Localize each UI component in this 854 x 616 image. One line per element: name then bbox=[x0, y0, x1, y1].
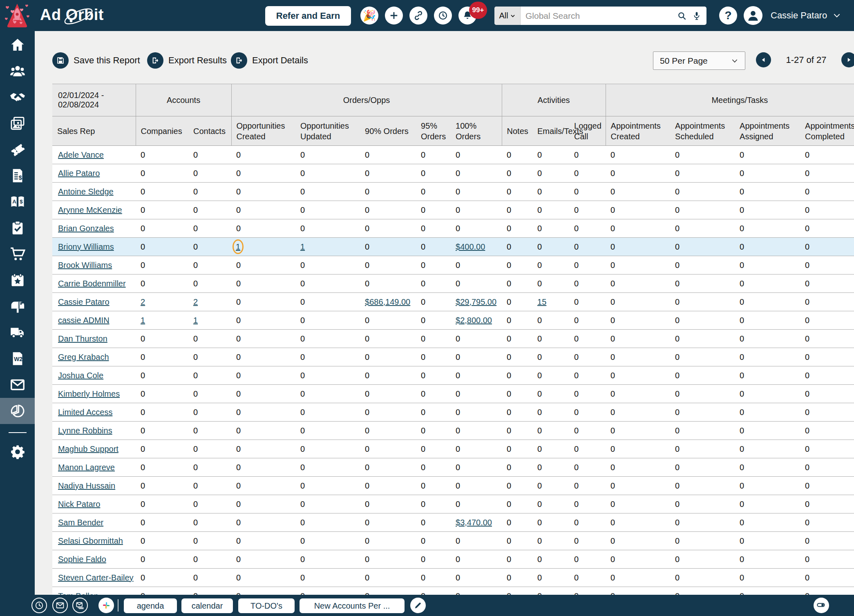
sales-rep-link[interactable]: Selasi Gbormittah bbox=[58, 536, 123, 545]
add-button[interactable] bbox=[385, 7, 403, 25]
search-scope-select[interactable]: All bbox=[494, 7, 521, 25]
sidebar-item-handshake[interactable] bbox=[0, 84, 35, 110]
newsletter-button[interactable] bbox=[72, 598, 88, 613]
sales-rep-link[interactable]: Briony Williams bbox=[58, 242, 114, 251]
sales-rep-link[interactable]: Manon Lagreve bbox=[58, 463, 115, 472]
value-cell: 0 bbox=[416, 403, 451, 422]
global-search-input[interactable] bbox=[521, 11, 677, 21]
clock-button[interactable] bbox=[31, 598, 47, 613]
value-link[interactable]: 1 bbox=[236, 242, 240, 252]
sales-rep-link[interactable]: Maghub Support bbox=[58, 444, 118, 453]
sidebar-item-settings[interactable] bbox=[0, 439, 35, 465]
sales-rep-link[interactable]: Cassie Pataro bbox=[58, 297, 110, 306]
help-button[interactable]: ? bbox=[719, 7, 737, 25]
sidebar-item-calendar-star[interactable] bbox=[0, 267, 35, 293]
value-link[interactable]: 15 bbox=[537, 297, 546, 306]
value-text: 0 bbox=[507, 187, 511, 196]
value-link[interactable]: 2 bbox=[193, 297, 198, 306]
next-page-button[interactable] bbox=[841, 52, 854, 67]
value-cell: 0 bbox=[502, 164, 532, 183]
sales-rep-link[interactable]: Steven Carter-Bailey bbox=[58, 573, 134, 582]
sales-rep-link[interactable]: Sam Bender bbox=[58, 518, 103, 527]
history-button[interactable] bbox=[434, 7, 452, 25]
sales-rep-link[interactable]: Allie Pataro bbox=[58, 169, 100, 178]
mail-button[interactable] bbox=[52, 598, 68, 613]
sidebar-item-envelope[interactable] bbox=[0, 372, 35, 398]
sales-rep-link[interactable]: Kimberly Holmes bbox=[58, 389, 120, 398]
save-icon bbox=[52, 52, 69, 69]
sales-rep-link[interactable]: Joshua Cole bbox=[58, 371, 103, 380]
value-text: 0 bbox=[300, 279, 305, 288]
value-link[interactable]: $3,470.00 bbox=[456, 518, 492, 527]
app-logo-icon[interactable] bbox=[4, 2, 30, 29]
sidebar-item-mailbox[interactable] bbox=[0, 293, 35, 319]
value-link[interactable]: $29,795.00 bbox=[456, 297, 496, 306]
bottom-bar-button-3[interactable]: TO-DO's bbox=[238, 598, 295, 613]
bottom-bar-button-1[interactable]: agenda bbox=[124, 598, 177, 613]
value-text: 0 bbox=[805, 205, 809, 214]
value-text: 0 bbox=[421, 187, 425, 196]
value-link[interactable]: 1 bbox=[300, 242, 305, 251]
sidebar-item-cart[interactable] bbox=[0, 241, 35, 267]
sidebar-item-rate-book[interactable]: A$ bbox=[0, 189, 35, 215]
sidebar-item-home[interactable] bbox=[0, 32, 35, 58]
sales-rep-link[interactable]: Brook Williams bbox=[58, 261, 112, 270]
value-cell: 0 bbox=[800, 146, 854, 164]
microphone-icon[interactable] bbox=[692, 11, 702, 21]
value-cell: 0 bbox=[451, 164, 502, 183]
notifications-bell-button[interactable]: 99+ bbox=[458, 7, 476, 25]
sidebar-item-pie-chart[interactable] bbox=[0, 398, 35, 424]
link-button[interactable] bbox=[409, 7, 427, 25]
search-icon[interactable] bbox=[677, 11, 687, 21]
user-menu[interactable]: Cassie Pataro bbox=[771, 0, 841, 31]
newsletter-icon bbox=[76, 601, 85, 610]
sales-rep-link[interactable]: Carrie Bodenmiller bbox=[58, 279, 126, 288]
value-text: 0 bbox=[740, 316, 744, 325]
value-link[interactable]: $686,149.00 bbox=[365, 297, 410, 306]
bottom-bar-button-2[interactable]: calendar bbox=[181, 598, 233, 613]
value-link[interactable]: 1 bbox=[141, 316, 145, 325]
value-link[interactable]: 1 bbox=[193, 316, 198, 325]
previous-page-button[interactable] bbox=[756, 52, 771, 67]
sidebar-item-invoice[interactable]: $ bbox=[0, 163, 35, 189]
invoice-icon: $ bbox=[10, 168, 25, 183]
edit-widgets-button[interactable] bbox=[410, 598, 426, 613]
party-popper-button[interactable]: 🎉 bbox=[360, 7, 378, 25]
column-header: Appointments Scheduled bbox=[670, 116, 735, 146]
avatar[interactable] bbox=[744, 6, 762, 25]
sidebar-item-ticket[interactable] bbox=[0, 136, 35, 163]
sales-rep-link[interactable]: Limited Access bbox=[58, 408, 112, 417]
sidebar-item-w2[interactable]: W2 bbox=[0, 346, 35, 372]
value-cell: 0 bbox=[502, 569, 532, 587]
sales-rep-link[interactable]: Adele Vance bbox=[58, 150, 104, 159]
sales-rep-link[interactable]: cassie ADMIN bbox=[58, 316, 110, 325]
sales-rep-link[interactable]: Greg Krabach bbox=[58, 353, 109, 362]
sales-rep-link[interactable]: Arynne McKenzie bbox=[58, 205, 122, 214]
sales-rep-link[interactable]: Lynne Robbins bbox=[58, 426, 112, 435]
value-cell: 0 bbox=[670, 348, 735, 366]
bottom-bar-button-4[interactable]: New Accounts Per ... bbox=[300, 598, 405, 613]
sidebar-item-photos[interactable] bbox=[0, 110, 35, 136]
value-cell: 0 bbox=[735, 183, 800, 201]
export-details-button[interactable]: Export Details bbox=[231, 52, 308, 69]
table-row: Lynne Robbins00000000000000 bbox=[52, 422, 854, 440]
value-link[interactable]: $400.00 bbox=[456, 242, 485, 251]
value-text: 0 bbox=[675, 371, 680, 380]
sidebar-item-truck[interactable] bbox=[0, 319, 35, 346]
value-link[interactable]: 2 bbox=[141, 297, 145, 306]
sales-rep-link[interactable]: Nick Pataro bbox=[58, 500, 100, 509]
value-link[interactable]: $2,800.00 bbox=[456, 316, 492, 325]
per-page-select[interactable]: 50 Per Page bbox=[653, 51, 745, 70]
sales-rep-link[interactable]: Sophie Faldo bbox=[58, 555, 106, 564]
bottom-bar-toggle-button[interactable] bbox=[814, 598, 829, 613]
sales-rep-link[interactable]: Brian Gonzales bbox=[58, 224, 114, 233]
export-results-button[interactable]: Export Results bbox=[147, 52, 227, 69]
refer-and-earn-button[interactable]: Refer and Earn bbox=[265, 6, 351, 26]
sales-rep-link[interactable]: Dan Thurston bbox=[58, 334, 107, 343]
sidebar-item-clipboard-check[interactable] bbox=[0, 215, 35, 241]
sales-rep-link[interactable]: Antoine Sledge bbox=[58, 187, 114, 196]
sidebar-item-users[interactable] bbox=[0, 58, 35, 84]
sales-rep-link[interactable]: Nadiya Hussain bbox=[58, 481, 115, 490]
save-report-button[interactable]: Save this Report bbox=[52, 52, 140, 69]
slack-button[interactable] bbox=[98, 598, 114, 613]
